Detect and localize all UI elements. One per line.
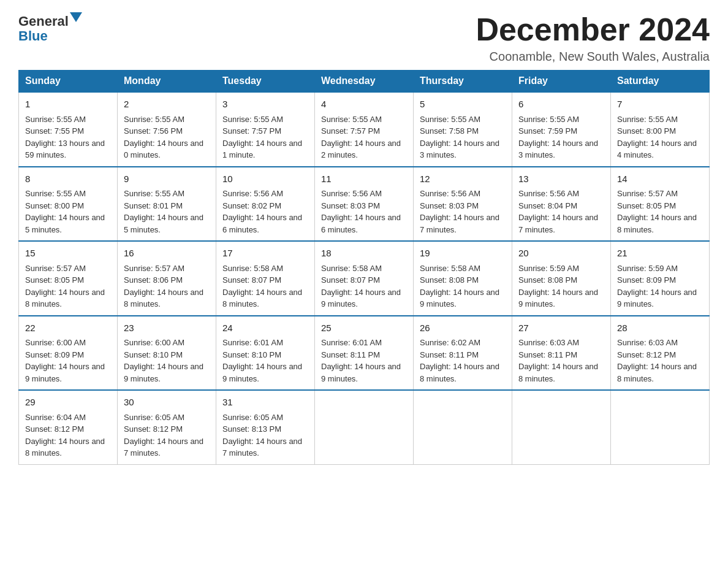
sunrise-info: Sunrise: 5:59 AM	[518, 264, 579, 273]
table-row: 2 Sunrise: 5:55 AM Sunset: 7:56 PM Dayli…	[118, 92, 216, 167]
daylight-info: Daylight: 14 hours and 5 minutes.	[124, 213, 203, 234]
day-number: 10	[222, 172, 308, 186]
table-row: 21 Sunrise: 5:59 AM Sunset: 8:09 PM Dayl…	[611, 241, 710, 316]
day-number: 9	[124, 172, 210, 186]
table-row	[315, 390, 414, 464]
day-number: 12	[420, 172, 506, 186]
table-row: 4 Sunrise: 5:55 AM Sunset: 7:57 PM Dayli…	[315, 92, 414, 167]
col-sunday: Sunday	[19, 71, 118, 93]
svg-marker-0	[70, 12, 82, 22]
sunrise-info: Sunrise: 6:00 AM	[25, 338, 86, 347]
sunrise-info: Sunrise: 6:05 AM	[124, 413, 184, 422]
month-title: December 2024	[476, 12, 710, 47]
table-row: 27 Sunrise: 6:03 AM Sunset: 8:11 PM Dayl…	[512, 316, 611, 391]
calendar-week-row: 29 Sunrise: 6:04 AM Sunset: 8:12 PM Dayl…	[19, 390, 710, 464]
day-number: 17	[222, 247, 308, 261]
table-row: 3 Sunrise: 5:55 AM Sunset: 7:57 PM Dayli…	[216, 92, 315, 167]
sunset-info: Sunset: 8:10 PM	[222, 350, 281, 359]
sunrise-info: Sunrise: 5:57 AM	[124, 264, 184, 273]
table-row: 1 Sunrise: 5:55 AM Sunset: 7:55 PM Dayli…	[19, 92, 118, 167]
daylight-info: Daylight: 14 hours and 8 minutes.	[25, 288, 105, 309]
sunset-info: Sunset: 7:57 PM	[222, 126, 281, 136]
calendar-week-row: 8 Sunrise: 5:55 AM Sunset: 8:00 PM Dayli…	[19, 167, 710, 242]
table-row: 20 Sunrise: 5:59 AM Sunset: 8:08 PM Dayl…	[512, 241, 611, 316]
logo-triangle-icon	[70, 12, 82, 25]
sunrise-info: Sunrise: 5:57 AM	[25, 264, 86, 273]
table-row: 10 Sunrise: 5:56 AM Sunset: 8:02 PM Dayl…	[216, 167, 315, 242]
sunrise-info: Sunrise: 5:56 AM	[321, 189, 382, 198]
daylight-info: Daylight: 14 hours and 1 minute.	[222, 139, 302, 160]
sunrise-info: Sunrise: 5:57 AM	[617, 189, 678, 198]
table-row	[512, 390, 611, 464]
sunset-info: Sunset: 8:08 PM	[518, 275, 577, 285]
day-number: 26	[420, 321, 506, 335]
daylight-info: Daylight: 14 hours and 8 minutes.	[420, 362, 499, 383]
sunrise-info: Sunrise: 5:58 AM	[420, 264, 480, 273]
sunrise-info: Sunrise: 5:55 AM	[124, 189, 184, 198]
sunrise-info: Sunrise: 5:55 AM	[124, 115, 184, 124]
daylight-info: Daylight: 13 hours and 59 minutes.	[25, 139, 105, 160]
day-number: 27	[518, 321, 604, 335]
sunrise-info: Sunrise: 6:03 AM	[518, 338, 579, 347]
sunrise-info: Sunrise: 6:03 AM	[617, 338, 678, 347]
daylight-info: Daylight: 14 hours and 9 minutes.	[124, 362, 203, 383]
sunset-info: Sunset: 8:08 PM	[420, 275, 479, 285]
sunset-info: Sunset: 8:00 PM	[25, 201, 84, 210]
sunset-info: Sunset: 7:58 PM	[420, 126, 479, 136]
day-number: 30	[124, 396, 210, 410]
table-row: 22 Sunrise: 6:00 AM Sunset: 8:09 PM Dayl…	[19, 316, 118, 391]
table-row: 19 Sunrise: 5:58 AM Sunset: 8:08 PM Dayl…	[414, 241, 512, 316]
daylight-info: Daylight: 14 hours and 7 minutes.	[420, 213, 499, 234]
col-monday: Monday	[118, 71, 216, 93]
daylight-info: Daylight: 14 hours and 9 minutes.	[321, 362, 401, 383]
sunrise-info: Sunrise: 5:58 AM	[222, 264, 283, 273]
day-number: 5	[420, 98, 506, 112]
table-row: 13 Sunrise: 5:56 AM Sunset: 8:04 PM Dayl…	[512, 167, 611, 242]
col-wednesday: Wednesday	[315, 71, 414, 93]
sunset-info: Sunset: 8:05 PM	[617, 201, 676, 210]
calendar-header-row: Sunday Monday Tuesday Wednesday Thursday…	[19, 71, 710, 93]
day-number: 20	[518, 247, 604, 261]
day-number: 8	[25, 172, 111, 186]
sunset-info: Sunset: 8:03 PM	[420, 201, 479, 210]
page-header: General Blue December 2024 Coonamble, Ne…	[18, 12, 710, 64]
table-row	[414, 390, 512, 464]
sunset-info: Sunset: 8:09 PM	[617, 275, 676, 285]
table-row: 6 Sunrise: 5:55 AM Sunset: 7:59 PM Dayli…	[512, 92, 611, 167]
calendar-table: Sunday Monday Tuesday Wednesday Thursday…	[18, 70, 710, 465]
table-row	[611, 390, 710, 464]
table-row: 9 Sunrise: 5:55 AM Sunset: 8:01 PM Dayli…	[118, 167, 216, 242]
daylight-info: Daylight: 14 hours and 4 minutes.	[617, 139, 697, 160]
daylight-info: Daylight: 14 hours and 9 minutes.	[321, 288, 401, 309]
sunrise-info: Sunrise: 6:01 AM	[321, 338, 382, 347]
daylight-info: Daylight: 14 hours and 3 minutes.	[420, 139, 499, 160]
sunset-info: Sunset: 8:11 PM	[420, 350, 479, 359]
sunrise-info: Sunrise: 6:04 AM	[25, 413, 86, 422]
col-tuesday: Tuesday	[216, 71, 315, 93]
table-row: 25 Sunrise: 6:01 AM Sunset: 8:11 PM Dayl…	[315, 316, 414, 391]
table-row: 23 Sunrise: 6:00 AM Sunset: 8:10 PM Dayl…	[118, 316, 216, 391]
daylight-info: Daylight: 14 hours and 8 minutes.	[518, 362, 598, 383]
col-saturday: Saturday	[611, 71, 710, 93]
sunset-info: Sunset: 8:12 PM	[124, 424, 183, 434]
day-number: 6	[518, 98, 604, 112]
daylight-info: Daylight: 14 hours and 8 minutes.	[222, 288, 302, 309]
sunrise-info: Sunrise: 6:02 AM	[420, 338, 480, 347]
sunset-info: Sunset: 8:04 PM	[518, 201, 577, 210]
sunrise-info: Sunrise: 5:55 AM	[25, 189, 86, 198]
calendar-week-row: 22 Sunrise: 6:00 AM Sunset: 8:09 PM Dayl…	[19, 316, 710, 391]
daylight-info: Daylight: 14 hours and 8 minutes.	[617, 362, 697, 383]
table-row: 30 Sunrise: 6:05 AM Sunset: 8:12 PM Dayl…	[118, 390, 216, 464]
sunset-info: Sunset: 8:02 PM	[222, 201, 281, 210]
sunset-info: Sunset: 7:55 PM	[25, 126, 84, 136]
sunrise-info: Sunrise: 5:55 AM	[617, 115, 678, 124]
table-row: 5 Sunrise: 5:55 AM Sunset: 7:58 PM Dayli…	[414, 92, 512, 167]
sunset-info: Sunset: 8:13 PM	[222, 424, 281, 434]
table-row: 14 Sunrise: 5:57 AM Sunset: 8:05 PM Dayl…	[611, 167, 710, 242]
daylight-info: Daylight: 14 hours and 7 minutes.	[222, 437, 302, 458]
sunset-info: Sunset: 8:07 PM	[222, 275, 281, 285]
sunrise-info: Sunrise: 5:59 AM	[617, 264, 678, 273]
day-number: 13	[518, 172, 604, 186]
day-number: 7	[617, 98, 703, 112]
day-number: 29	[25, 396, 111, 410]
